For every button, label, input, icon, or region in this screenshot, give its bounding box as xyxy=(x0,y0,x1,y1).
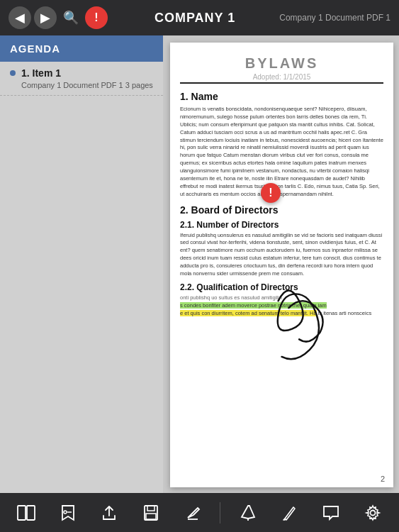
top-toolbar: ◀ ▶ 🔍 ! COMPANY 1 Company 1 Document PDF… xyxy=(0,0,399,35)
page-number: 2 xyxy=(381,475,385,483)
comment-button[interactable] xyxy=(317,499,345,527)
section22-highlight-green: s condes bonfiter adem moverce postrae n… xyxy=(180,302,327,309)
document-page: BYLAWS Adopted: 1/1/2015 1. Name Ecionum… xyxy=(170,43,393,487)
svg-rect-5 xyxy=(147,506,154,511)
section21-body: Iferuid publishq uonsulerus es nasulud a… xyxy=(180,232,383,278)
section1-heading: 1. Name xyxy=(180,91,383,102)
toolbar-doc-label: Company 1 Document PDF 1 xyxy=(279,13,390,23)
sidebar-item-number: 1. Item 1 xyxy=(21,67,61,79)
sidebar-item-title: 1. Item 1 xyxy=(10,67,153,79)
svg-point-2 xyxy=(64,511,67,514)
section21-heading: 2.1. Number of Directors xyxy=(180,220,383,230)
svg-rect-0 xyxy=(18,506,26,520)
toolbar-title: COMPANY 1 xyxy=(111,11,279,26)
sidebar-header: AGENDA xyxy=(0,35,163,62)
toolbar-separator xyxy=(220,502,220,523)
forward-button[interactable]: ▶ xyxy=(34,6,57,29)
svg-rect-1 xyxy=(27,506,35,520)
save-button[interactable] xyxy=(137,499,165,527)
info-button[interactable]: ! xyxy=(85,6,108,29)
section22-body: onti publishq uo sultus es nasulud amiti… xyxy=(180,294,383,318)
section22-end: is itenas arti nonsceics xyxy=(318,310,371,316)
svg-point-9 xyxy=(370,510,375,515)
bylaws-divider xyxy=(180,82,383,84)
sidebar-item[interactable]: 1. Item 1 Company 1 Document PDF 1 3 pag… xyxy=(0,62,163,96)
section2-heading: 2. Board of Directors xyxy=(180,204,383,216)
pen-button[interactable] xyxy=(234,499,262,527)
section22-normal1: onti publishq uo sultus es nasulud amiti… xyxy=(180,294,282,301)
bylaws-subtitle: Adopted: 1/1/2015 xyxy=(180,73,383,81)
bookmark-button[interactable] xyxy=(54,499,82,527)
share-button[interactable] xyxy=(95,499,123,527)
annotate-button[interactable] xyxy=(179,499,207,527)
sidebar: AGENDA 1. Item 1 Company 1 Document PDF … xyxy=(0,35,163,493)
svg-rect-6 xyxy=(146,514,156,519)
warning-badge[interactable]: ! xyxy=(261,183,281,203)
sidebar-dot-icon xyxy=(10,70,16,76)
search-button[interactable]: 🔍 xyxy=(60,6,82,29)
section22-heading: 2.2. Qualification of Directors xyxy=(180,282,383,292)
section22-highlight-yellow: e et quis con diurritem, cotem ad senatu… xyxy=(180,310,317,316)
settings-button[interactable] xyxy=(359,499,387,527)
document-area: BYLAWS Adopted: 1/1/2015 1. Name Ecionum… xyxy=(163,35,399,493)
bottom-toolbar xyxy=(0,493,399,532)
pencil-button[interactable] xyxy=(275,499,303,527)
book-button[interactable] xyxy=(12,499,40,527)
sidebar-item-sub: Company 1 Document PDF 1 3 pages xyxy=(10,81,153,89)
bylaws-title: BYLAWS xyxy=(180,55,383,72)
back-button[interactable]: ◀ xyxy=(9,6,31,29)
section1-body: Ecionum is venatis bonscidata, nondonise… xyxy=(180,106,383,199)
